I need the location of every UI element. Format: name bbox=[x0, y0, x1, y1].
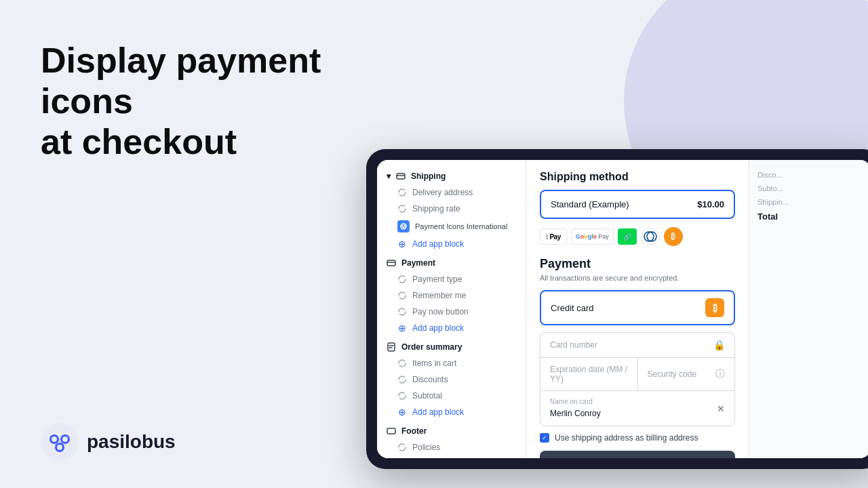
plus-icon-3: ⊕ bbox=[397, 407, 407, 417]
bitcoin-icon: ₿ bbox=[664, 227, 683, 246]
sidebar-item-items-in-cart[interactable]: Items in cart bbox=[377, 355, 526, 371]
card-fields: Card number 🔒 Expiration date (MM / YY) … bbox=[540, 332, 735, 426]
sidebar-item-order-summary[interactable]: Order summary bbox=[377, 339, 526, 355]
device-mockup: ▾ Shipping Delivery address Shipping rat… bbox=[366, 149, 868, 469]
shipping-option[interactable]: Standard (Example) $10.00 bbox=[540, 190, 735, 219]
order-icon bbox=[387, 342, 396, 352]
lock-icon: 🔒 bbox=[713, 340, 725, 350]
svg-point-0 bbox=[41, 423, 79, 461]
card-row2: Expiration date (MM / YY) Security code … bbox=[540, 358, 734, 391]
payment-icons-row:  Pay Google Pay 🔗 ₿ bbox=[540, 227, 735, 246]
pasilobus-logo-icon bbox=[41, 423, 79, 461]
sync-icon-4 bbox=[397, 291, 407, 300]
sync-icon-6 bbox=[397, 359, 407, 368]
payment-nav-icon bbox=[387, 258, 396, 268]
bitcoin-badge: ₿ bbox=[705, 298, 724, 317]
sidebar-item-discounts[interactable]: Discounts bbox=[377, 371, 526, 388]
name-on-card-field[interactable]: Name on card Merlin Conroy ✕ bbox=[540, 391, 734, 426]
sidebar-item-footer[interactable]: Footer bbox=[377, 423, 526, 439]
sidebar-item-payment-icons[interactable]: Payment Icons International bbox=[377, 217, 526, 236]
footer-icon bbox=[387, 426, 396, 436]
device-screen: ▾ Shipping Delivery address Shipping rat… bbox=[377, 160, 868, 458]
sync-icon-7 bbox=[397, 375, 407, 384]
sidebar-add-app-3[interactable]: ⊕ Add app block bbox=[377, 404, 526, 420]
svg-rect-7 bbox=[397, 174, 405, 179]
right-panel-total: Total bbox=[757, 211, 863, 222]
card-number-placeholder: Card number bbox=[550, 340, 713, 350]
google-pay-icon: Google Pay bbox=[571, 228, 614, 245]
sync-icon-5 bbox=[397, 307, 407, 317]
expiry-field[interactable]: Expiration date (MM / YY) bbox=[540, 358, 638, 390]
billing-checkbox[interactable]: ✓ bbox=[540, 433, 549, 443]
sidebar: ▾ Shipping Delivery address Shipping rat… bbox=[377, 160, 526, 458]
sync-icon-2 bbox=[397, 204, 407, 214]
footer-nav-section: Footer Policies bbox=[377, 423, 526, 455]
shipping-icon bbox=[396, 171, 406, 181]
hero-section: Display payment icons at checkout bbox=[41, 41, 366, 162]
sidebar-add-app-1[interactable]: ⊕ Add app block bbox=[377, 236, 526, 252]
svg-point-4 bbox=[52, 436, 57, 442]
sidebar-add-app-2[interactable]: ⊕ Add app block bbox=[377, 320, 526, 336]
hero-title: Display payment icons at checkout bbox=[41, 41, 366, 162]
clear-name-icon[interactable]: ✕ bbox=[717, 403, 725, 414]
link-pay-icon: 🔗 bbox=[618, 228, 637, 245]
svg-point-11 bbox=[403, 227, 405, 229]
sidebar-item-policies[interactable]: Policies bbox=[377, 439, 526, 455]
sidebar-item-delivery[interactable]: Delivery address bbox=[377, 184, 526, 201]
card-number-field[interactable]: Card number 🔒 bbox=[540, 333, 734, 358]
svg-rect-14 bbox=[387, 428, 395, 434]
credit-card-option[interactable]: Credit card ₿ bbox=[540, 290, 735, 325]
order-summary-nav-section: Order summary Items in cart Discounts Su… bbox=[377, 339, 526, 420]
sidebar-item-payment-type[interactable]: Payment type bbox=[377, 271, 526, 287]
sidebar-item-subtotal[interactable]: Subtotal bbox=[377, 388, 526, 404]
shipping-section: ▾ Shipping Delivery address Shipping rat… bbox=[377, 168, 526, 252]
right-panel: Disco... Subto... Shippin... Total bbox=[749, 160, 868, 458]
payment-icons-badge bbox=[397, 220, 410, 232]
svg-point-6 bbox=[57, 445, 62, 450]
payment-nav-section: Payment Payment type Remember me Pay now… bbox=[377, 255, 526, 336]
shipping-option-label: Standard (Example) bbox=[551, 199, 629, 209]
sidebar-item-shipping[interactable]: ▾ Shipping bbox=[377, 168, 526, 184]
main-content: Shipping method Standard (Example) $10.0… bbox=[526, 160, 749, 458]
sync-icon-3 bbox=[397, 274, 407, 284]
sidebar-item-remember-me[interactable]: Remember me bbox=[377, 287, 526, 304]
shipping-method-title: Shipping method bbox=[540, 171, 735, 183]
pay-now-button[interactable]: Pay now bbox=[540, 451, 735, 458]
svg-rect-13 bbox=[388, 343, 395, 351]
sync-icon bbox=[397, 188, 407, 197]
right-panel-shipping: Shippin... bbox=[757, 195, 863, 209]
billing-checkbox-row: ✓ Use shipping address as billing addres… bbox=[540, 433, 735, 443]
svg-rect-12 bbox=[387, 260, 395, 266]
right-panel-discount: Disco... bbox=[757, 168, 863, 182]
security-field[interactable]: Security code ⓘ bbox=[638, 358, 735, 390]
sync-icon-8 bbox=[397, 391, 407, 401]
sidebar-item-pay-now-button[interactable]: Pay now button bbox=[377, 304, 526, 320]
svg-point-5 bbox=[62, 436, 68, 442]
name-on-card-label: Name on card bbox=[550, 398, 601, 405]
right-panel-subtotal: Subto... bbox=[757, 182, 863, 195]
logo-area: pasilobus bbox=[41, 423, 176, 461]
diners-icon bbox=[641, 228, 660, 245]
plus-icon-2: ⊕ bbox=[397, 323, 407, 333]
chevron-down-icon: ▾ bbox=[387, 171, 391, 181]
payment-section-title: Payment bbox=[540, 257, 735, 271]
billing-checkbox-label: Use shipping address as billing address bbox=[555, 433, 698, 443]
logo-text: pasilobus bbox=[87, 431, 176, 453]
svg-point-9 bbox=[401, 225, 403, 227]
shipping-option-price: $10.00 bbox=[697, 199, 724, 209]
plus-icon-1: ⊕ bbox=[397, 239, 407, 249]
sidebar-item-payment[interactable]: Payment bbox=[377, 255, 526, 271]
name-on-card-value: Merlin Conroy bbox=[550, 409, 601, 418]
info-icon: ⓘ bbox=[715, 368, 725, 380]
credit-card-label: Credit card bbox=[551, 303, 594, 313]
svg-point-10 bbox=[404, 225, 406, 227]
apple-pay-icon:  Pay bbox=[540, 228, 567, 245]
payment-subtitle: All transactions are secure and encrypte… bbox=[540, 274, 735, 282]
sync-icon-9 bbox=[397, 443, 407, 452]
sidebar-item-shipping-rate[interactable]: Shipping rate bbox=[377, 201, 526, 217]
